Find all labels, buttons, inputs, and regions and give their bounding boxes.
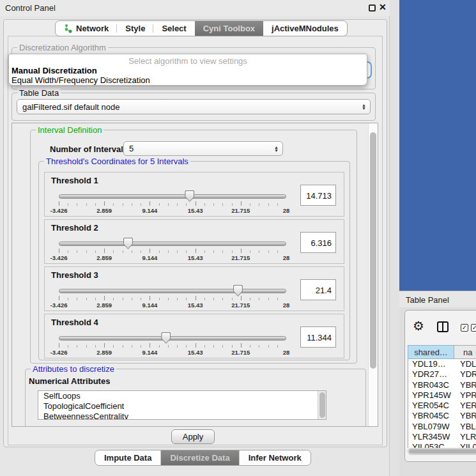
list-item[interactable]: SelfLoops [38,391,326,401]
settings-scrollbar[interactable] [368,123,378,426]
dropdown-item-manual-discretization[interactable]: Manual Discretization [12,66,97,75]
table-row[interactable]: YBR045CYBR0 [408,411,476,421]
tab-network-label: Network [76,24,109,33]
table-row[interactable]: YPR145WYPR1 [408,390,476,401]
threshold-1-slider-thumb[interactable] [185,190,194,202]
table-panel-header: Table Panel [399,291,476,307]
threshold-1-value-field[interactable]: 14.713 [300,185,336,206]
table-data-combobox[interactable]: galFiltered.sif default node ▲▼ [17,99,371,114]
control-panel-window: Control Panel ✕ Network Style Select Cyn… [0,0,390,476]
tab-style[interactable]: Style [117,21,153,36]
network-desktop: GAL80 G. C GAL11 GAL4 GCY1 H HAP2 [399,0,476,291]
table-row[interactable]: YDL19…YDL1 [408,359,476,369]
numerical-attributes-list[interactable]: SelfLoops TopologicalCoefficient Between… [38,390,326,420]
table-panel-body: ⚙ ✓ ✓ shared… na YDL19…YDL1 YDR27…YDR2 Y… [399,307,476,476]
node-table: shared… na YDL19…YDL1 YDR27…YDR2 YBR043C… [408,345,476,448]
threshold-3-panel: Threshold 3 -3.426 2.859 9.144 15.43 21.… [44,266,344,311]
threshold-coordinates-groupbox: Threshold's Coordinates for 5 Intervals … [38,161,350,360]
table-row[interactable]: YER054CYER0 [408,401,476,411]
threshold-3-slider-thumb[interactable] [233,285,243,296]
slider-tick-labels: -3.426 2.859 9.144 15.43 21.715 28 [59,254,286,261]
threshold-coordinates-title: Threshold's Coordinates for 5 Intervals [44,157,190,166]
slider-ticks [59,343,286,348]
slider-ticks [59,249,286,254]
tab-impute-data[interactable]: Impute Data [95,450,161,465]
gear-icon[interactable]: ⚙ [413,318,424,334]
number-of-intervals-combobox[interactable]: 5 ▲▼ [123,141,283,156]
table-panel-inner: ⚙ ✓ ✓ shared… na YDL19…YDL1 YDR27…YDR2 Y… [404,310,476,462]
table-horizontal-scrollbar-thumb[interactable] [409,449,476,454]
slider-tick-labels: -3.426 2.859 9.144 15.43 21.715 28 [59,207,286,213]
table-data-group-title: Table Data [17,88,61,98]
threshold-1-panel: Threshold 1 -3.426 2.859 9.144 15.43 21.… [44,172,344,217]
table-data-selected-value: galFiltered.sif default node [22,102,119,112]
attributes-group-title: Attributes to discretize [31,364,116,374]
threshold-4-label: Threshold 4 [51,318,98,327]
interval-definition-title: Interval Definition [36,125,104,135]
tab-select[interactable]: Select [153,21,194,36]
column-header-name[interactable]: na [454,345,476,359]
threshold-2-label: Threshold 2 [51,223,98,233]
table-row[interactable]: YDR27…YDR2 [408,369,476,380]
checkbox-icon[interactable]: ✓ [471,324,476,332]
float-window-icon[interactable] [369,4,376,12]
tab-network[interactable]: Network [56,21,117,36]
settings-scrollpane: Interval Definition Number of Intervals … [12,123,378,427]
network-icon [64,24,73,33]
slider-track[interactable] [59,289,286,293]
threshold-4-panel: Threshold 4 -3.426 2.859 9.144 15.43 21.… [44,314,344,358]
slider-tick-labels: -3.426 2.859 9.144 15.43 21.715 28 [59,349,286,355]
tab-discretize-data[interactable]: Discretize Data [161,450,239,465]
table-row[interactable]: YBL079WYBL0 [408,422,476,432]
number-of-intervals-value: 5 [129,144,134,153]
tab-cyni-toolbox[interactable]: Cyni Toolbox [195,21,263,36]
table-horizontal-scrollbar[interactable] [408,448,476,455]
combo-arrows-icon: ▲▼ [274,146,279,152]
table-header-row: shared… na [408,345,476,359]
control-panel-tabbar: Network Style Select Cyni Toolbox jActiv… [55,20,348,36]
threshold-3-label: Threshold 3 [51,270,98,280]
threshold-2-value-field[interactable]: 6.316 [300,232,336,253]
slider-ticks [59,201,286,206]
control-panel-titlebar: Control Panel ✕ [0,0,390,16]
slider-ticks [59,296,286,301]
threshold-2-slider-thumb[interactable] [123,238,133,249]
list-scrollbar[interactable] [318,391,326,419]
settings-scrollbar-thumb[interactable] [370,132,376,369]
tab-infer-network[interactable]: Infer Network [240,450,311,465]
list-item[interactable]: BetweennessCentrality [38,411,326,420]
number-of-intervals-label: Number of Intervals [50,144,128,154]
list-item[interactable]: TopologicalCoefficient [38,401,326,411]
table-row[interactable]: YBR043CYBR0 [408,380,476,390]
checkbox-icon[interactable]: ✓ [461,324,468,332]
threshold-3-value-field[interactable]: 21.4 [300,279,336,300]
close-icon[interactable]: ✕ [379,2,387,12]
control-panel-title: Control Panel [5,3,56,13]
threshold-4-value-field[interactable]: 11.344 [300,326,336,348]
algorithm-dropdown-popup: Select algorithm to view settings Manual… [8,54,367,86]
tab-jactivemnodules[interactable]: jActiveMNodules [263,21,347,36]
interval-definition-groupbox: Interval Definition Number of Intervals … [30,130,357,364]
threshold-4-slider[interactable]: -3.426 2.859 9.144 15.43 21.715 28 [59,332,286,354]
slider-track[interactable] [59,242,286,246]
dropdown-item-equal-width-frequency[interactable]: Equal Width/Frequency Discretization [12,75,150,85]
threshold-1-label: Threshold 1 [51,176,98,185]
table-row[interactable]: YLR345WYLR3 [408,432,476,442]
threshold-4-slider-thumb[interactable] [161,332,171,344]
slider-tick-labels: -3.426 2.859 9.144 15.43 21.715 28 [59,302,286,308]
split-columns-icon[interactable] [437,321,449,332]
threshold-1-slider[interactable]: -3.426 2.859 9.144 15.43 21.715 28 [59,190,286,212]
apply-button[interactable]: Apply [171,429,215,444]
slider-track[interactable] [59,194,286,199]
algorithm-group-title: Discretization Algorithm [17,43,108,52]
threshold-2-slider[interactable]: -3.426 2.859 9.144 15.43 21.715 28 [59,238,286,259]
dropdown-prompt-item[interactable]: Select algorithm to view settings [9,56,367,66]
column-header-shared-name[interactable]: shared… [408,345,454,359]
bottom-tabbar: Impute Data Discretize Data Infer Networ… [95,450,311,466]
combo-arrows-icon: ▲▼ [362,104,366,110]
threshold-2-panel: Threshold 2 -3.426 2.859 9.144 15.43 21.… [44,219,344,264]
numerical-attributes-label: Numerical Attributes [29,376,110,386]
panel-splitter[interactable] [390,0,399,476]
slider-track[interactable] [59,336,286,341]
threshold-3-slider[interactable]: -3.426 2.859 9.144 15.43 21.715 28 [59,285,286,307]
